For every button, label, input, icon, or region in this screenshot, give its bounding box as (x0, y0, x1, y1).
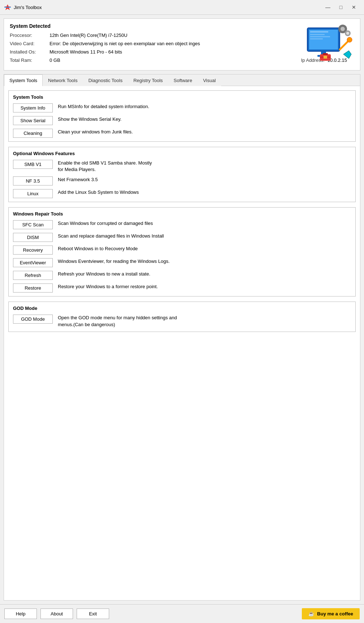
god-mode-title: GOD Mode (13, 306, 351, 311)
svg-line-14 (340, 40, 349, 50)
system-illustration (296, 22, 354, 62)
svg-point-15 (347, 37, 352, 42)
tab-software[interactable]: Software (168, 74, 197, 86)
svg-marker-20 (343, 51, 351, 59)
tool-row-eventviewer: EventViewer Windows Eventviewer, for rea… (13, 258, 351, 267)
eventviewer-desc: Windows Eventviewer, for reading the Win… (58, 258, 170, 265)
tabs-header: System Tools Network Tools Diagnostic To… (4, 74, 360, 86)
tab-registry-tools[interactable]: Registry Tools (128, 74, 168, 86)
restore-desc: Restore your Windows to a former restore… (58, 283, 158, 290)
exit-button[interactable]: Exit (77, 609, 109, 619)
close-button[interactable]: ✕ (348, 3, 360, 12)
buy-coffee-button[interactable]: ☕ Buy me a coffee (302, 608, 360, 619)
tool-row-refresh: Refresh Refresh your Windows to new a in… (13, 271, 351, 280)
cleaning-desc: Clean your windows from Junk files. (58, 129, 133, 135)
smb-v1-button[interactable]: SMB V1 (13, 160, 53, 169)
tool-row-nf35: NF 3.5 Net Framework 3.5 (13, 176, 351, 185)
refresh-button[interactable]: Refresh (13, 271, 53, 280)
tab-network-tools[interactable]: Network Tools (43, 74, 83, 86)
god-mode-desc: Open the GOD mode menu for many hidden s… (58, 315, 177, 328)
recovery-desc: Reboot Windows in to Recovery Mode (58, 246, 138, 252)
tool-row-dism: DISM Scan and replace damaged files in W… (13, 233, 351, 242)
tool-row-god-mode: GOD Mode Open the GOD mode menu for many… (13, 315, 351, 328)
tool-row-cleaning: Cleaning Clean your windows from Junk fi… (13, 129, 351, 138)
system-info-box: System Detected Proccesor: 12th Gen Inte… (4, 18, 360, 71)
svg-rect-3 (309, 30, 338, 50)
tool-row-linux: Linux Add the Linux Sub System to Window… (13, 189, 351, 198)
system-tools-section: System Tools System Info Run MSInfo for … (8, 90, 356, 142)
tool-row-smb: SMB V1 Enable the old SMB V1 Samba share… (13, 160, 351, 173)
god-mode-section: GOD Mode GOD Mode Open the GOD mode menu… (8, 302, 356, 332)
eventviewer-button[interactable]: EventViewer (13, 258, 53, 267)
system-info-button[interactable]: System Info (13, 103, 53, 112)
tool-row-sfc: SFC Scan Scan Windows for corrupted or d… (13, 220, 351, 229)
help-button[interactable]: Help (4, 609, 37, 619)
main-content: System Detected Proccesor: 12th Gen Inte… (0, 15, 364, 604)
minimize-button[interactable]: — (322, 3, 334, 12)
window-controls: — □ ✕ (322, 3, 360, 12)
video-card-label: Video Card: (10, 41, 50, 46)
footer: Help About Exit ☕ Buy me a coffee (0, 604, 364, 623)
app-icon (4, 4, 11, 10)
tab-diagnostic-tools[interactable]: Diagnostic Tools (83, 74, 128, 86)
svg-point-11 (341, 27, 345, 31)
tool-row-show-serial: Show Serial Show the Windows Serial Key. (13, 116, 351, 125)
svg-rect-4 (310, 31, 328, 33)
refresh-desc: Refresh your Windows to new a install st… (58, 271, 150, 277)
svg-rect-5 (310, 34, 325, 35)
os-label: Installed Os: (10, 49, 50, 55)
cleaning-button[interactable]: Cleaning (13, 129, 53, 138)
title-bar: Jim's Toolbox — □ ✕ (0, 0, 364, 15)
smb-desc: Enable the old SMB V1 Samba share. Mostl… (58, 160, 152, 173)
system-info-desc: Run MSInfo for detailed system informati… (58, 103, 149, 110)
processor-label: Proccesor: (10, 33, 50, 38)
svg-rect-19 (324, 56, 327, 59)
tabs-container: System Tools Network Tools Diagnostic To… (4, 74, 360, 601)
sfc-scan-button[interactable]: SFC Scan (13, 220, 53, 229)
linux-desc: Add the Linux Sub System to Windows (58, 189, 139, 196)
sfc-desc: Scan Windows for corrupted or damaged fi… (58, 220, 153, 227)
ram-label: Total Ram: (10, 57, 50, 63)
dism-button[interactable]: DISM (13, 233, 53, 242)
dism-desc: Scan and replace damaged files in Window… (58, 233, 164, 239)
restore-button[interactable]: Restore (13, 283, 53, 293)
system-tools-section-title: System Tools (13, 94, 351, 100)
repair-tools-section: Windows Repair Tools SFC Scan Scan Windo… (8, 207, 356, 296)
svg-rect-7 (310, 38, 323, 39)
optional-features-title: Optional Windows Features (13, 151, 351, 156)
show-serial-desc: Show the Windows Serial Key. (58, 116, 121, 123)
tab-content: System Tools System Info Run MSInfo for … (4, 86, 360, 600)
coffee-icon: ☕ (308, 611, 314, 616)
god-mode-button[interactable]: GOD Mode (13, 315, 53, 324)
show-serial-button[interactable]: Show Serial (13, 116, 53, 125)
ram-value: 0 GB (50, 57, 301, 63)
svg-rect-6 (310, 36, 330, 37)
linux-button[interactable]: Linux (13, 189, 53, 198)
tool-row-system-info: System Info Run MSInfo for detailed syst… (13, 103, 351, 112)
svg-rect-17 (323, 53, 328, 55)
app-title: Jim's Toolbox (14, 5, 322, 10)
tool-row-restore: Restore Restore your Windows to a former… (13, 283, 351, 293)
nf-35-button[interactable]: NF 3.5 (13, 176, 53, 185)
tab-visual[interactable]: Visual (198, 74, 221, 86)
about-button[interactable]: About (40, 609, 73, 619)
nf-desc: Net Framework 3.5 (58, 176, 98, 183)
tool-row-recovery: Recovery Reboot Windows in to Recovery M… (13, 246, 351, 255)
optional-features-section: Optional Windows Features SMB V1 Enable … (8, 147, 356, 202)
maximize-button[interactable]: □ (335, 3, 347, 12)
buy-coffee-label: Buy me a coffee (317, 611, 353, 616)
tab-system-tools[interactable]: System Tools (4, 74, 43, 86)
repair-tools-title: Windows Repair Tools (13, 211, 351, 217)
svg-point-13 (346, 32, 349, 35)
recovery-button[interactable]: Recovery (13, 246, 53, 255)
